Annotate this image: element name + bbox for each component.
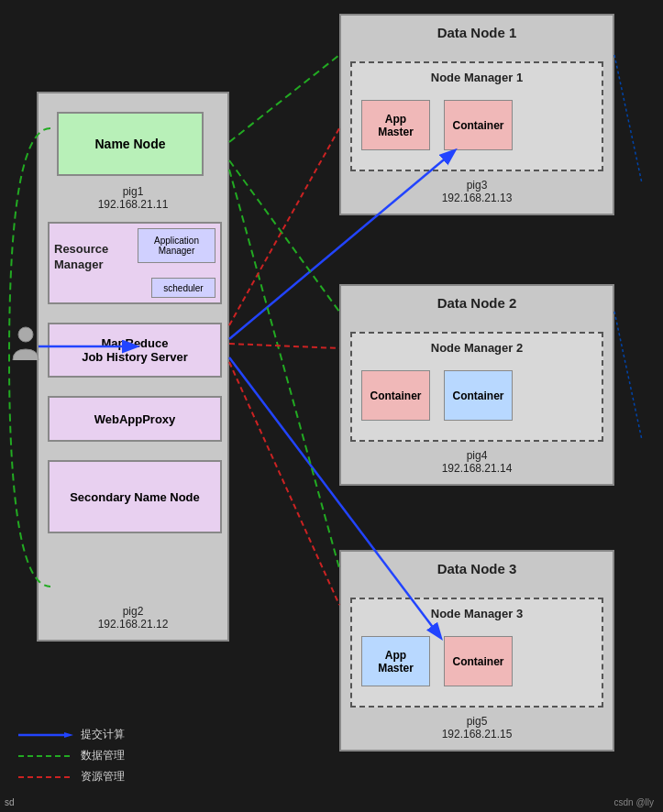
resource-manager-area: ResourceManager ApplicationManager sched… (48, 222, 222, 304)
person-icon (9, 325, 42, 368)
secondary-nn-box: Secondary Name Node (48, 460, 222, 533)
dn2-outer: Data Node 2 Node Manager 2 Container Con… (339, 284, 614, 486)
diagram-area: Name Node pig1 192.168.21.11 ResourceMan… (0, 0, 663, 812)
svg-line-5 (229, 160, 339, 312)
nm3-title: Node Manager 3 (352, 607, 602, 620)
nm1-title: Node Manager 1 (352, 71, 602, 84)
legend: 提交计算 数据管理 资源管理 (18, 727, 125, 785)
svg-point-0 (18, 327, 33, 342)
pig5-label: pig5 192.168.21.15 (341, 715, 613, 741)
nm1-app-master: AppMaster (361, 100, 430, 150)
nm3-app-master: AppMaster (361, 636, 430, 686)
legend-resource-label: 资源管理 (81, 769, 125, 785)
legend-submit-label: 提交计算 (81, 727, 125, 742)
scheduler-label: scheduler (163, 283, 203, 293)
mapreduce-label: MapReduceJob History Server (82, 336, 188, 364)
svg-line-10 (229, 344, 339, 348)
nm1-container: Container (444, 100, 513, 150)
dn3-outer: Data Node 3 Node Manager 3 AppMaster Con… (339, 550, 614, 752)
dn3-title: Data Node 3 (341, 561, 613, 576)
rm-label: ResourceManager (54, 242, 108, 273)
app-manager-label: ApplicationManager (154, 236, 199, 256)
nm2-container2: Container (444, 370, 513, 421)
corner-label: sd (5, 797, 15, 807)
svg-line-6 (229, 170, 339, 568)
watermark: csdn @lly (614, 797, 655, 807)
pig3-label: pig3 192.168.21.13 (341, 179, 613, 204)
nm2-box: Node Manager 2 Container Container (350, 332, 603, 442)
nm2-container1: Container (361, 370, 430, 421)
master-box: Name Node pig1 192.168.21.11 ResourceMan… (37, 92, 229, 642)
svg-line-11 (229, 362, 339, 605)
svg-line-4 (229, 55, 339, 142)
secondary-nn-label: Secondary Name Node (70, 490, 200, 504)
scheduler-box: scheduler (151, 278, 215, 298)
svg-marker-13 (64, 732, 73, 738)
webapp-box: WebAppProxy (48, 396, 222, 442)
nm2-title: Node Manager 2 (352, 341, 602, 355)
legend-submit: 提交计算 (18, 727, 125, 742)
dn1-title: Data Node 1 (341, 25, 613, 40)
svg-line-8 (614, 312, 642, 440)
nm1-box: Node Manager 1 AppMaster Container (350, 61, 603, 171)
pig4-label: pig4 192.168.21.14 (341, 449, 613, 475)
legend-resource: 资源管理 (18, 769, 125, 785)
nm3-container: Container (444, 636, 513, 686)
dn1-outer: Data Node 1 Node Manager 1 AppMaster Con… (339, 14, 614, 215)
legend-data: 数据管理 (18, 748, 125, 763)
mapreduce-box: MapReduceJob History Server (48, 323, 222, 378)
webapp-label: WebAppProxy (94, 412, 176, 426)
dn2-title: Data Node 2 (341, 295, 613, 311)
pig2-label: pig2 192.168.21.12 (39, 605, 227, 631)
app-manager-box: ApplicationManager (138, 228, 215, 263)
pig1-label: pig1 192.168.21.11 (39, 185, 227, 211)
svg-line-9 (229, 128, 339, 325)
name-node-box: Name Node (57, 112, 204, 176)
name-node-label: Name Node (94, 137, 165, 151)
legend-data-label: 数据管理 (81, 748, 125, 763)
nm3-box: Node Manager 3 AppMaster Container (350, 598, 603, 708)
svg-line-7 (614, 55, 642, 183)
